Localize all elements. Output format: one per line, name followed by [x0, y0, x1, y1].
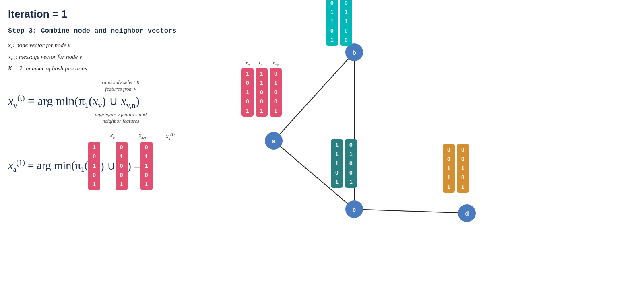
formula-2-prefix: xa(1) = arg min(π1(: [8, 158, 88, 174]
def-xv1: xv,1: message vector for node v: [8, 54, 233, 61]
vector-col-xan-graph: xa,n 0 1 0 0 1: [270, 60, 282, 117]
vectors-d: 0 0 1 1 1 0 0 1 0 1: [443, 143, 469, 193]
bottom-vector-result: 0 1 1 0 1: [140, 142, 153, 190]
vectors-a: xa 1 0 1 0 1 xa,1 1 1 0 0 1 xa,n 0 1: [242, 60, 282, 117]
gvbox-xb: 0 1 1 0 1: [326, 0, 338, 46]
label-xan-graph: xa,n: [272, 60, 279, 67]
vector-col-xd1: 0 0 1 1 1: [443, 143, 455, 193]
formula-1: xv(t) = arg min(π1(xv) ∪ xv,n): [8, 94, 233, 110]
edge-cd: [354, 209, 467, 213]
left-panel: Iteration = 1 Step 3: Combine node and n…: [8, 8, 233, 190]
vector-col-xa1-graph: xa,1 1 1 0 0 1: [256, 60, 268, 117]
vector-col-xd2: 0 0 1 0 1: [457, 143, 469, 193]
gvbox-xan: 0 1 0 0 1: [270, 68, 282, 117]
vector-col-xc2: 0 1 0 0 1: [345, 138, 357, 188]
gvbox-xa1: 1 1 0 0 1: [256, 68, 268, 117]
def-K: K = 2: number of hash functions: [8, 65, 233, 72]
label-xa1: xa(1): [166, 132, 174, 140]
label-xa: xa: [110, 132, 115, 140]
node-c: c: [345, 200, 363, 218]
node-d: d: [458, 204, 476, 222]
annotation-top: randomly select Kfeatures from v: [8, 79, 233, 92]
label-xa-graph: xa: [246, 60, 250, 67]
bottom-vector-xan: 0 1 0 0 1: [116, 142, 128, 190]
vectors-b: xb 0 1 1 0 1 xb,1 0 1 1 0 0: [326, 0, 352, 46]
label-xa1-graph: xa,1: [258, 60, 265, 67]
vector-col-xa: xa 1 0 1 0 1: [242, 60, 254, 117]
annotation-bottom: aggregate v features andneighbor feature…: [8, 111, 233, 124]
formula-2-middle: ) ∪: [100, 159, 115, 173]
node-b: b: [345, 43, 363, 61]
gvbox-xd2: 0 0 1 0 1: [457, 144, 469, 193]
formula-section-1: randomly select Kfeatures from v xv(t) =…: [8, 79, 233, 124]
def-xv: xv: node vector for node v: [8, 42, 233, 49]
vectors-c: 1 1 1 0 1 0 1 0 0 1: [331, 138, 357, 188]
gvbox-xb1: 0 1 1 0 0: [340, 0, 352, 46]
bottom-vector-xa: 1 0 1 0 1: [88, 142, 100, 190]
formula-2-section: xa xa,n xa(1) xa(1) = arg min(π1( 1 0 1: [8, 132, 233, 190]
gvbox-xd1: 0 0 1 1 1: [443, 144, 455, 193]
gvbox-xc2: 0 1 0 0 1: [345, 139, 357, 188]
graph-area: b a c d xb 0 1 1 0 1 xb,1 0 1 1 0 0: [242, 0, 644, 282]
gvbox-xc1: 1 1 1 0 1: [331, 139, 343, 188]
graph-svg: [242, 0, 644, 282]
gvbox-xa: 1 0 1 0 1: [242, 68, 254, 117]
edge-ab: [274, 52, 354, 141]
vector-col-xb1: xb,1 0 1 1 0 0: [340, 0, 352, 46]
node-a: a: [265, 132, 283, 150]
iteration-title: Iteration = 1: [8, 8, 233, 21]
vector-col-xc1: 1 1 1 0 1: [331, 138, 343, 188]
label-xan: xa,n: [139, 132, 146, 140]
vector-col-xb: xb 0 1 1 0 1: [326, 0, 338, 46]
formula-2-equals: ) =: [128, 160, 140, 173]
step-title: Step 3: Combine node and neighbor vector…: [8, 27, 233, 35]
